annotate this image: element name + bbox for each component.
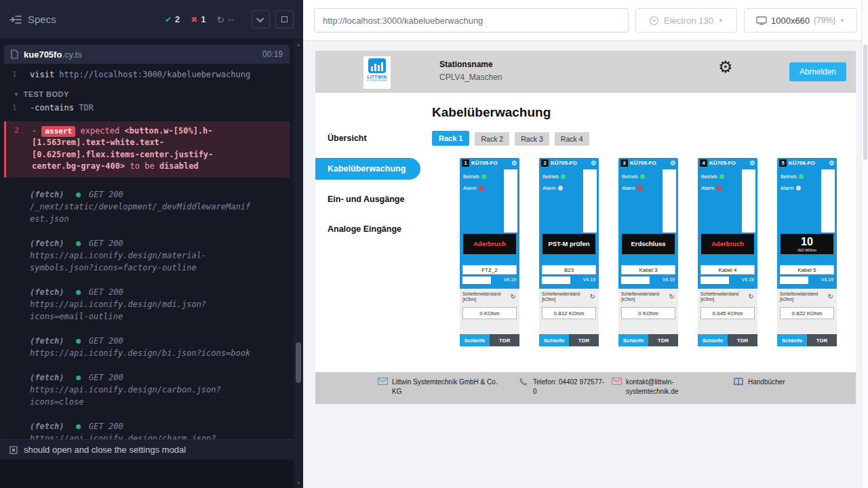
schleife-button[interactable]: Schleife: [539, 334, 569, 346]
alarm-label: Alarm: [622, 185, 635, 191]
scrollbar-thumb[interactable]: [863, 45, 867, 160]
card-number: 1: [462, 159, 469, 167]
schleife-button[interactable]: Schleife: [618, 334, 648, 346]
footer-email-text[interactable]: kontakt@littwin-systemtechnik.de: [626, 378, 697, 396]
station-label: Stationsname: [439, 60, 493, 69]
specs-list-icon: [9, 15, 22, 24]
betrieb-label: Betrieb: [542, 174, 559, 180]
passed-stat: ✔ 2: [165, 14, 180, 24]
fetch-log-row[interactable]: (fetch) GET 200 https://api.iconify.desi…: [4, 285, 290, 324]
refresh-icon[interactable]: ↻: [590, 293, 595, 300]
section-label: TEST BODY: [23, 90, 68, 98]
alarm-label: Alarm: [781, 185, 794, 191]
refresh-icon[interactable]: ↻: [749, 293, 754, 300]
status-text: 10: [801, 236, 813, 248]
refresh-icon[interactable]: ↻: [511, 293, 516, 300]
electron-icon: [649, 16, 659, 26]
command-arg: TDR: [79, 103, 94, 113]
fetch-label: (fetch): [30, 373, 64, 382]
nav-item-ein-ausgaenge[interactable]: Ein- und Ausgänge: [315, 195, 420, 204]
gear-icon[interactable]: ⚙: [829, 160, 835, 167]
nav-item-kabelueberwachung[interactable]: Kabelüberwachung: [315, 158, 420, 180]
window-scrollbar: [861, 0, 868, 488]
request-url: https://api.iconify.design/bi.json?icons…: [30, 347, 252, 359]
scroll-down-arrow[interactable]: ▼: [294, 481, 303, 485]
card-model: KÜ705-FO: [551, 160, 589, 166]
visit-command-row[interactable]: 1 visit http://localhost:3000/kabelueber…: [4, 68, 290, 82]
assert-command-row[interactable]: 2 - assert expected <button.w-[50%].h-[1…: [4, 121, 290, 178]
resistance-value: 0.645 KOhm: [701, 307, 755, 319]
line-number: 1: [12, 69, 17, 80]
refresh-icon[interactable]: ↻: [828, 293, 833, 300]
chevron-down-icon: [256, 14, 263, 22]
browser-selector[interactable]: Electron 130 ▼: [635, 8, 737, 33]
resistance-value: 0 KOhm: [621, 307, 675, 319]
spec-header[interactable]: kue705fo .cy.ts 00:19: [4, 45, 290, 64]
stop-tests-button[interactable]: [275, 10, 294, 28]
nav-item-analoge-eingaenge[interactable]: Analoge Eingänge: [315, 224, 420, 234]
url-input[interactable]: [314, 8, 629, 33]
logout-button[interactable]: Abmelden: [789, 62, 846, 81]
betrieb-label: Betrieb: [622, 174, 638, 180]
settings-gear-icon[interactable]: ⚙: [718, 59, 733, 75]
request-method-status: GET 200: [89, 287, 123, 297]
viewport-size: 1000x660: [771, 16, 810, 26]
mail-icon: [378, 378, 388, 385]
betrieb-led: [719, 174, 724, 179]
gear-icon[interactable]: ⚙: [670, 160, 676, 167]
tab-rack-1[interactable]: Rack 1: [432, 131, 469, 146]
gear-icon[interactable]: ⚙: [749, 160, 755, 167]
tdr-button[interactable]: TDR: [490, 334, 519, 346]
card-model: KÜ705-FO: [471, 160, 509, 166]
contains-command-row[interactable]: 1 -contains TDR: [4, 101, 290, 115]
gear-icon[interactable]: ⚙: [591, 160, 597, 167]
tab-rack-4[interactable]: Rack 4: [555, 132, 589, 146]
gear-icon[interactable]: ⚙: [511, 160, 517, 167]
card-model: KÜ705-FO: [630, 160, 668, 166]
fetch-label: (fetch): [30, 239, 64, 248]
footer-phone-text[interactable]: Telefon: 04402 972577-0: [533, 378, 608, 396]
tab-rack-2[interactable]: Rack 2: [475, 132, 509, 146]
collapsed-test-row[interactable]: should open and close the settings modal: [0, 439, 294, 460]
tdr-button[interactable]: TDR: [648, 334, 678, 346]
schleife-button[interactable]: Schleife: [698, 334, 728, 346]
card-indicators: Betrieb Alarm: [539, 168, 599, 234]
status-ok-dot: [76, 424, 81, 429]
fetch-log-row[interactable]: (fetch) GET 200 https://api.iconify.desi…: [4, 236, 290, 275]
card-header: 2 KÜ705-FO ⚙: [539, 158, 599, 168]
chevron-down-icon: ▼: [840, 18, 845, 24]
alarm-led: [479, 186, 484, 190]
resistance-label: Schleifenwiderstand [kOhm]: [621, 291, 666, 302]
fetch-log-row[interactable]: (fetch) GET 200 https://api.iconify.desi…: [4, 419, 290, 439]
tab-rack-3[interactable]: Rack 3: [515, 132, 549, 146]
version-field: [780, 277, 808, 284]
passed-count: 2: [175, 14, 180, 24]
fetch-label: (fetch): [30, 336, 64, 346]
nav-item-uebersicht[interactable]: Übersicht: [315, 134, 420, 143]
footer-manuals-link[interactable]: Handbücher: [748, 378, 785, 387]
collapse-panel-button[interactable]: [252, 10, 270, 28]
fetch-label: (fetch): [30, 422, 64, 431]
check-icon: ✔: [165, 15, 172, 24]
x-icon: ✖: [191, 15, 197, 24]
schleife-button[interactable]: Schleife: [460, 334, 490, 346]
footer-phone: Telefon: 04402 972577-0: [519, 378, 614, 396]
tdr-button[interactable]: TDR: [807, 334, 837, 346]
betrieb-label: Betrieb: [701, 174, 717, 180]
tdr-button[interactable]: TDR: [728, 334, 757, 346]
viewport-selector[interactable]: 1000x660 (79%) ▼: [744, 8, 857, 33]
test-body-section-toggle[interactable]: ▼ TEST BODY: [4, 90, 290, 98]
phone-icon: [519, 378, 529, 386]
scroll-up-arrow[interactable]: ▲: [294, 42, 303, 47]
footer-company-text: Littwin Systemtechnik GmbH & Co. KG: [392, 378, 500, 396]
fetch-log-row[interactable]: (fetch) GET 200 https://api.iconify.desi…: [4, 370, 290, 409]
fetch-log-row[interactable]: (fetch) GET 200 https://api.iconify.desi…: [4, 333, 290, 361]
refresh-icon[interactable]: ↻: [669, 293, 675, 300]
specs-menu-button[interactable]: Specs: [9, 14, 56, 25]
resistance-panel: Schleifenwiderstand [kOhm] ↻ 0 KOhm: [460, 289, 519, 334]
schleife-button[interactable]: Schleife: [777, 334, 807, 346]
card-number: 4: [700, 159, 707, 167]
fetch-log-row[interactable]: (fetch) GET 200 /_next/static/developmen…: [4, 187, 290, 226]
tdr-button[interactable]: TDR: [569, 334, 599, 346]
scrollbar-thumb[interactable]: [296, 342, 301, 383]
